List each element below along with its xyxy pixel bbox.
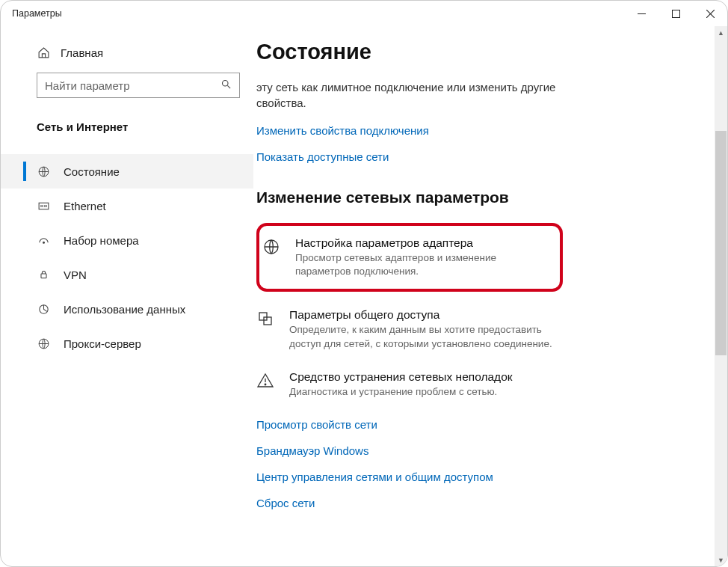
sharing-icon	[256, 308, 277, 350]
sidebar-item-label: Прокси-сервер	[64, 337, 141, 350]
sidebar-item-dialup[interactable]: Набор номера	[1, 223, 253, 257]
minimize-button[interactable]	[624, 1, 658, 26]
link-show-available-networks[interactable]: Показать доступные сети	[256, 150, 700, 163]
section-heading-network-change: Изменение сетевых параметров	[256, 189, 700, 206]
main-content: Состояние эту сеть как лимитное подключе…	[253, 26, 727, 566]
action-desc: Просмотр сетевых адаптеров и изменение п…	[295, 251, 546, 278]
sidebar-home[interactable]: Главная	[1, 38, 253, 67]
link-network-reset[interactable]: Сброс сети	[256, 497, 700, 509]
titlebar: Параметры	[1, 1, 727, 26]
scrollbar[interactable]: ▲ ▼	[715, 26, 727, 566]
search-input[interactable]: Найти параметр	[37, 73, 240, 98]
sidebar-item-ethernet[interactable]: Ethernet	[1, 189, 253, 223]
ethernet-icon	[37, 199, 50, 212]
warning-icon	[256, 370, 277, 399]
svg-rect-6	[40, 274, 46, 278]
scrollbar-down-button[interactable]: ▼	[715, 554, 727, 566]
sidebar-item-label: Ethernet	[64, 200, 106, 212]
link-windows-firewall[interactable]: Брандмауэр Windows	[256, 444, 700, 457]
close-button[interactable]	[693, 1, 727, 26]
action-troubleshooter[interactable]: Средство устранения сетевых неполадок Ди…	[256, 370, 570, 399]
home-icon	[37, 46, 50, 59]
svg-point-2	[223, 81, 229, 87]
action-title: Средство устранения сетевых неполадок	[289, 370, 513, 384]
scrollbar-thumb[interactable]	[715, 131, 727, 355]
link-network-sharing-center[interactable]: Центр управления сетями и общим доступом	[256, 471, 700, 483]
svg-rect-1	[672, 10, 679, 17]
link-change-connection-props[interactable]: Изменить свойства подключения	[256, 124, 700, 137]
sidebar-section-title: Сеть и Интернет	[1, 101, 253, 141]
settings-window: Параметры Главная Найти парам	[0, 0, 728, 567]
scrollbar-up-button[interactable]: ▲	[715, 26, 727, 39]
sidebar-item-label: VPN	[64, 269, 87, 281]
search-wrap: Найти параметр	[1, 67, 253, 101]
action-desc: Определите, к каким данным вы хотите пре…	[289, 323, 570, 350]
sidebar-item-status[interactable]: Состояние	[1, 154, 253, 189]
proxy-icon	[37, 337, 50, 350]
action-title: Настройка параметров адаптера	[295, 236, 546, 250]
highlight-adapter-settings: Настройка параметров адаптера Просмотр с…	[256, 223, 563, 292]
search-icon	[220, 79, 232, 92]
maximize-button[interactable]	[658, 1, 693, 26]
svg-point-5	[43, 242, 44, 243]
sidebar-item-data-usage[interactable]: Использование данных	[1, 292, 253, 326]
svg-rect-10	[259, 313, 267, 320]
svg-rect-0	[638, 13, 646, 14]
sidebar-item-label: Состояние	[64, 165, 120, 178]
sidebar-item-label: Набор номера	[64, 234, 139, 247]
link-view-network-properties[interactable]: Просмотр свойств сети	[256, 418, 700, 431]
sidebar-item-vpn[interactable]: VPN	[1, 257, 253, 292]
intro-text-fragment: эту сеть как лимитное подключение или из…	[256, 79, 600, 111]
sidebar-item-label: Использование данных	[64, 303, 185, 316]
sidebar-home-label: Главная	[61, 46, 103, 59]
action-adapter-settings[interactable]: Настройка параметров адаптера Просмотр с…	[262, 236, 546, 278]
sidebar: Главная Найти параметр Сеть и Интернет С…	[1, 26, 253, 566]
page-title: Состояние	[256, 40, 700, 64]
svg-point-12	[265, 384, 266, 385]
vpn-icon	[37, 268, 50, 281]
globe-icon	[37, 165, 50, 178]
action-desc: Диагностика и устранение проблем с сетью…	[289, 385, 513, 399]
action-sharing-options[interactable]: Параметры общего доступа Определите, к к…	[256, 308, 570, 350]
search-placeholder: Найти параметр	[45, 79, 220, 92]
adapter-icon	[262, 236, 283, 278]
action-title: Параметры общего доступа	[289, 308, 570, 322]
window-controls	[624, 1, 727, 26]
svg-rect-4	[39, 203, 49, 209]
dialup-icon	[37, 233, 50, 247]
window-title: Параметры	[12, 8, 62, 19]
svg-rect-11	[264, 317, 271, 325]
sidebar-item-proxy[interactable]: Прокси-сервер	[1, 326, 253, 361]
data-usage-icon	[37, 302, 50, 316]
sidebar-nav: Состояние Ethernet Набор номера	[1, 154, 253, 361]
